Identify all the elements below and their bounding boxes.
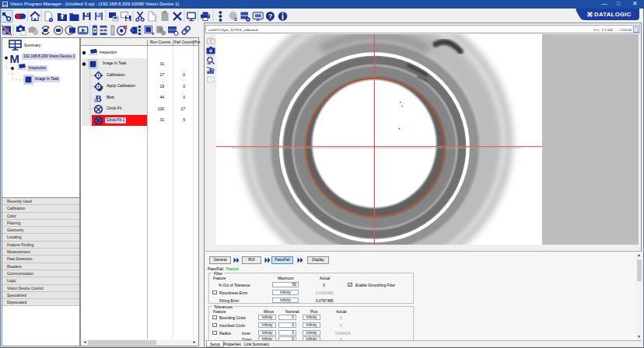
svg-text:c: c	[234, 16, 238, 23]
svg-text:B: B	[96, 93, 102, 104]
svg-text:DATALOGIC: DATALOGIC	[594, 11, 632, 18]
svg-text:M: M	[10, 52, 20, 65]
svg-text:?: ?	[268, 12, 272, 20]
